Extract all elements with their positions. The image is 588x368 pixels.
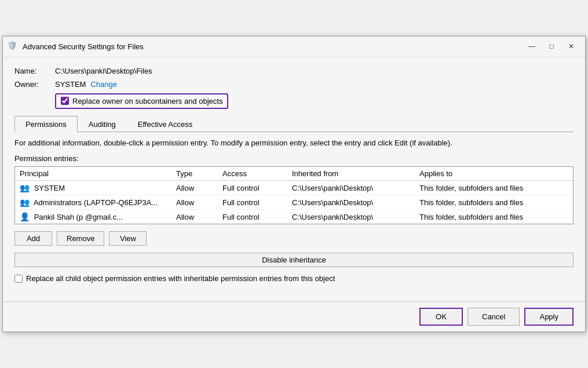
group-icon: 👥: [20, 183, 30, 192]
owner-value: SYSTEM: [55, 80, 86, 89]
change-owner-link[interactable]: Change: [90, 80, 117, 89]
row-type: Allow: [176, 198, 222, 207]
replace-owner-checkbox-label[interactable]: Replace owner on subcontainers and objec…: [55, 93, 228, 109]
tab-effective-access[interactable]: Effective Access: [127, 116, 203, 132]
row-applies: This folder, subfolders and files: [419, 184, 568, 192]
dialog-content: Name: C:\Users\panki\Desktop\Files Owner…: [3, 57, 585, 301]
row-type: Allow: [176, 213, 222, 221]
window-title: Advanced Security Settings for Files: [23, 42, 523, 51]
close-button[interactable]: ✕: [562, 39, 580, 53]
maximize-button[interactable]: □: [542, 39, 561, 53]
ok-button[interactable]: OK: [419, 308, 463, 326]
permission-table: Principal Type Access Inherited from App…: [14, 166, 574, 224]
replace-owner-row: Replace owner on subcontainers and objec…: [55, 93, 574, 109]
titlebar: 🛡️ Advanced Security Settings for Files …: [3, 37, 585, 57]
disable-inheritance-button[interactable]: Disable inheritance: [14, 253, 574, 267]
col-principal: Principal: [20, 169, 176, 178]
row-applies: This folder, subfolders and files: [419, 213, 568, 221]
replace-owner-checkbox-text: Replace owner on subcontainers and objec…: [72, 97, 222, 105]
row-principal: 👥 Administrators (LAPTOP-Q6EJP3A...: [20, 198, 176, 207]
row-inherited: C:\Users\panki\Desktop\: [292, 198, 419, 207]
remove-button[interactable]: Remove: [57, 231, 104, 246]
tab-auditing[interactable]: Auditing: [78, 116, 127, 132]
table-row[interactable]: 👤 Pankil Shah (p @gmail.c... Allow Full …: [15, 210, 573, 224]
table-header: Principal Type Access Inherited from App…: [15, 167, 573, 181]
row-principal: 👤 Pankil Shah (p @gmail.c...: [20, 212, 176, 221]
col-inherited: Inherited from: [292, 169, 419, 178]
table-row[interactable]: 👥 SYSTEM Allow Full control C:\Users\pan…: [15, 181, 573, 195]
name-value: C:\Users\panki\Desktop\Files: [55, 67, 152, 75]
name-field-row: Name: C:\Users\panki\Desktop\Files: [14, 67, 574, 75]
titlebar-controls: — □ ✕: [523, 39, 580, 53]
cancel-button[interactable]: Cancel: [468, 308, 520, 326]
table-row[interactable]: 👥 Administrators (LAPTOP-Q6EJP3A... Allo…: [15, 195, 573, 210]
row-inherited: C:\Users\panki\Desktop\: [292, 213, 419, 221]
replace-owner-checkbox[interactable]: [61, 97, 69, 105]
row-applies: This folder, subfolders and files: [419, 198, 568, 207]
replace-child-checkbox[interactable]: [14, 275, 23, 283]
apply-button[interactable]: Apply: [524, 308, 574, 326]
main-window: 🛡️ Advanced Security Settings for Files …: [2, 36, 586, 332]
replace-child-label: Replace all child object permission entr…: [26, 274, 335, 283]
action-buttons: Add Remove View: [14, 231, 574, 246]
col-type: Type: [176, 169, 222, 178]
tab-bar: Permissions Auditing Effective Access: [14, 116, 574, 132]
window-icon: 🛡️: [8, 41, 18, 52]
permission-entries-label: Permission entries:: [14, 154, 574, 163]
owner-field-row: Owner: SYSTEM Change: [14, 80, 574, 89]
view-button[interactable]: View: [109, 231, 147, 246]
add-button[interactable]: Add: [14, 231, 52, 246]
tab-permissions[interactable]: Permissions: [14, 116, 78, 132]
owner-label: Owner:: [14, 80, 55, 89]
row-principal: 👥 SYSTEM: [20, 183, 176, 192]
col-access: Access: [222, 169, 292, 178]
footer: OK Cancel Apply: [3, 301, 585, 331]
row-inherited: C:\Users\panki\Desktop\: [292, 184, 419, 192]
name-label: Name:: [14, 67, 55, 75]
row-access: Full control: [222, 213, 292, 221]
col-applies: Applies to: [419, 169, 568, 178]
row-type: Allow: [176, 184, 222, 192]
replace-child-row: Replace all child object permission entr…: [14, 274, 574, 283]
row-access: Full control: [222, 184, 292, 192]
group-icon: 👥: [20, 198, 30, 207]
user-icon: 👤: [20, 212, 30, 221]
info-text: For additional information, double-click…: [14, 138, 574, 148]
minimize-button[interactable]: —: [523, 39, 541, 53]
row-access: Full control: [222, 198, 292, 207]
